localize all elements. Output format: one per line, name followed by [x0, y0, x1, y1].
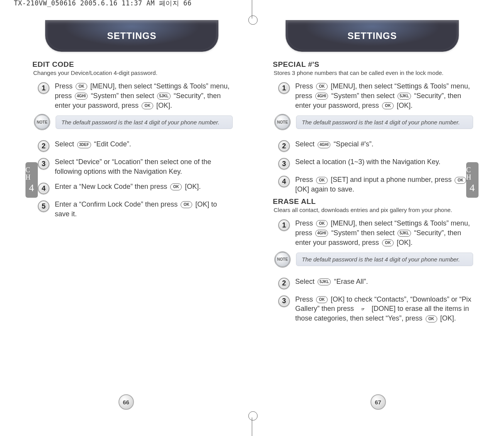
- step-number-badge: 2: [278, 140, 290, 152]
- step-number-badge: 1: [38, 82, 49, 94]
- step-row: 1Press OK [MENU], then select “Settings …: [278, 81, 473, 110]
- chapter-tab-number: 4: [29, 183, 34, 193]
- step-row: 3Press OK [OK] to check “Contacts”, “Dow…: [278, 295, 473, 323]
- step-row: 1Press OK [MENU], then select “Settings …: [38, 81, 233, 110]
- note-row: NOTEThe default password is the last 4 d…: [34, 114, 233, 130]
- page-header-pill: SETTINGS: [45, 20, 219, 52]
- page-header-title: SETTINGS: [107, 31, 156, 41]
- step-number-badge: 2: [278, 278, 290, 289]
- step-number-badge: 3: [38, 158, 49, 170]
- numkey-icon: 5JKL: [397, 93, 411, 100]
- step-text: Press OK [OK] to check “Contacts”, “Down…: [295, 295, 473, 323]
- ok-key-icon: OK: [76, 83, 87, 90]
- note-badge-icon: NOTE: [274, 114, 291, 130]
- section-title: EDIT CODE: [32, 60, 233, 69]
- numkey-icon: 5JKL: [157, 93, 170, 100]
- ok-key-icon: OK: [316, 220, 328, 227]
- note-badge-icon: NOTE: [34, 114, 50, 130]
- page-header-title: SETTINGS: [347, 31, 397, 41]
- step-text: Select 4GHI “Special #'s”.: [295, 139, 473, 149]
- step-number-badge: 1: [278, 82, 290, 94]
- numkey-icon: 4GHI: [315, 93, 328, 100]
- numkey-icon: 3DEF: [77, 141, 91, 148]
- note-badge-icon: NOTE: [274, 251, 291, 268]
- step-number-badge: 3: [278, 295, 290, 307]
- page-left: SETTINGS EDIT CODEChanges your Device/Lo…: [0, 0, 252, 436]
- numkey-icon: 5JKL: [397, 230, 411, 237]
- hand-icon: ☞: [357, 306, 369, 313]
- note-row: NOTEThe default password is the last 4 d…: [274, 251, 473, 268]
- note-text: The default password is the last 4 digit…: [296, 115, 473, 129]
- page-header-pill: SETTINGS: [286, 20, 459, 52]
- step-text: Press OK [MENU], then select “Settings &…: [295, 219, 473, 247]
- step-number-badge: 4: [38, 183, 49, 194]
- chapter-tab: C H 4: [466, 162, 479, 198]
- ok-key-icon: OK: [316, 177, 328, 184]
- step-row: 1Press OK [MENU], then select “Settings …: [278, 219, 473, 247]
- chapter-tab: C H 4: [25, 162, 38, 198]
- step-number-badge: 1: [278, 219, 290, 231]
- step-row: 3Select a location (1~3) with the Naviga…: [278, 157, 473, 170]
- ok-key-icon: OK: [316, 296, 328, 303]
- section-title: ERASE ALL: [273, 197, 473, 206]
- ok-key-icon: OK: [455, 177, 466, 184]
- page-number-badge: 67: [370, 394, 386, 410]
- chapter-tab-label: C H: [466, 166, 479, 181]
- numkey-icon: 5JKL: [318, 278, 331, 285]
- page-number-badge: 66: [118, 394, 134, 410]
- section-subtitle: Changes your Device/Location 4-digit pas…: [33, 70, 233, 76]
- section-title: SPECIAL #'S: [273, 60, 473, 69]
- step-row: 5Enter a “Confirm Lock Code” then press …: [38, 200, 233, 219]
- ok-key-icon: OK: [382, 102, 394, 109]
- section-subtitle: Clears all contact, downloads entries an…: [274, 207, 473, 213]
- ok-key-icon: OK: [382, 239, 394, 246]
- step-row: 4Enter a “New Lock Code” then press OK […: [38, 182, 233, 194]
- step-text: Select a location (1~3) with the Navigat…: [295, 157, 473, 167]
- ok-key-icon: OK: [170, 183, 182, 190]
- step-text: Enter a “Confirm Lock Code” then press O…: [55, 200, 233, 219]
- note-row: NOTEThe default password is the last 4 d…: [274, 114, 473, 130]
- numkey-icon: 4GHI: [315, 230, 328, 237]
- step-number-badge: 4: [278, 176, 290, 187]
- step-number-badge: 2: [38, 140, 49, 152]
- section-container: EDIT CODEChanges your Device/Location 4-…: [31, 60, 233, 219]
- step-number-badge: 5: [38, 200, 49, 212]
- ok-key-icon: OK: [142, 102, 153, 109]
- note-text: The default password is the last 4 digit…: [56, 115, 233, 129]
- step-text: Enter a “New Lock Code” then press OK [O…: [55, 182, 233, 192]
- page-right: SETTINGS SPECIAL #'SStores 3 phone numbe…: [252, 0, 504, 436]
- ok-key-icon: OK: [316, 83, 328, 90]
- numkey-icon: 4GHI: [75, 93, 88, 100]
- ok-key-icon: OK: [181, 201, 192, 208]
- step-row: 2Select 5JKL “Erase All”.: [278, 277, 473, 289]
- step-text: Press OK [MENU], then select “Settings &…: [295, 81, 473, 110]
- chapter-tab-number: 4: [470, 183, 475, 193]
- step-text: Select “Device” or “Location” then selec…: [55, 157, 233, 176]
- step-row: 2Select 3DEF “Edit Code”.: [38, 139, 233, 152]
- step-number-badge: 3: [278, 158, 290, 170]
- step-row: 3Select “Device” or “Location” then sele…: [38, 157, 233, 176]
- ok-key-icon: OK: [426, 316, 437, 322]
- step-text: Select 3DEF “Edit Code”.: [55, 139, 233, 149]
- note-text: The default password is the last 4 digit…: [296, 253, 473, 266]
- step-text: Press OK [SET] and input a phone number,…: [295, 175, 473, 194]
- step-text: Select 5JKL “Erase All”.: [295, 277, 473, 287]
- section-container: SPECIAL #'SStores 3 phone numbers that c…: [271, 60, 473, 323]
- step-text: Press OK [MENU], then select “Settings &…: [55, 81, 233, 110]
- section-subtitle: Stores 3 phone numbers that can be calle…: [274, 70, 473, 76]
- step-row: 2Select 4GHI “Special #'s”.: [278, 139, 473, 152]
- step-row: 4Press OK [SET] and input a phone number…: [278, 175, 473, 194]
- numkey-icon: 4GHI: [318, 141, 330, 148]
- chapter-tab-label: C H: [25, 166, 38, 181]
